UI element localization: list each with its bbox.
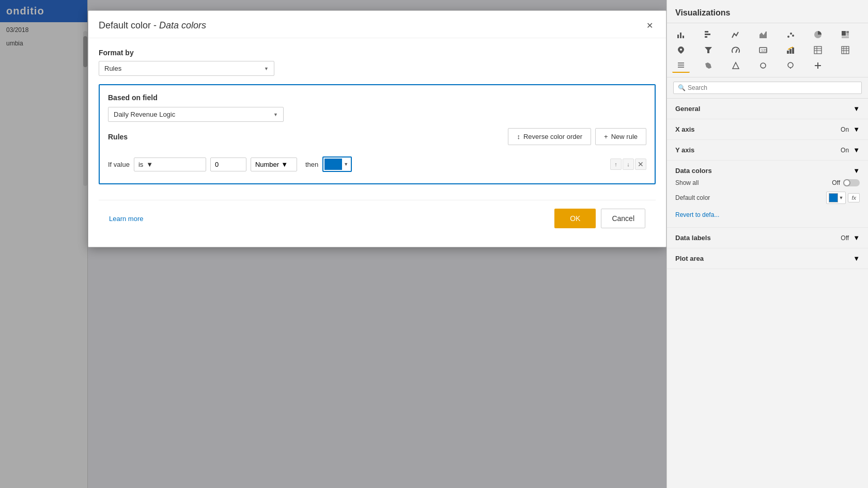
viz-search-area: 🔍 — [667, 77, 868, 99]
rule-move-down-button[interactable]: ↓ — [623, 159, 634, 170]
format-by-value: Rules — [104, 65, 121, 72]
format-by-dropdown[interactable]: Rules — [99, 61, 274, 76]
svg-point-9 — [792, 35, 794, 37]
svg-rect-2 — [683, 36, 684, 38]
svg-rect-11 — [842, 31, 846, 36]
y-axis-chevron-icon: ▼ — [853, 146, 860, 154]
x-axis-chevron-icon: ▼ — [853, 125, 860, 133]
viz-icon-column[interactable] — [700, 27, 717, 42]
dialog-title-italic: Data colors — [159, 20, 206, 30]
based-on-field-label: Based on field — [108, 93, 646, 102]
dialog-header: Default color - Data colors ✕ — [88, 11, 666, 38]
show-all-row: Show all Off — [675, 177, 860, 189]
viz-icon-line[interactable] — [727, 27, 745, 42]
svg-marker-16 — [705, 47, 712, 53]
rule-move-up-button[interactable]: ↑ — [610, 159, 622, 170]
viz-icon-filled-map[interactable] — [700, 58, 717, 73]
condition-dropdown[interactable]: is ▼ — [134, 158, 206, 171]
svg-rect-12 — [846, 31, 849, 34]
svg-rect-3 — [705, 31, 708, 33]
dialog-title: Default color - Data colors — [99, 20, 206, 31]
viz-icon-gauge[interactable] — [727, 43, 745, 57]
viz-icon-matrix[interactable] — [836, 43, 854, 57]
color-picker-button[interactable]: ▼ — [322, 156, 352, 172]
search-input[interactable] — [688, 84, 857, 91]
viz-icon-qanda[interactable] — [782, 58, 799, 73]
default-color-swatch-button[interactable]: ▼ — [826, 192, 846, 204]
dialog-close-button[interactable]: ✕ — [643, 19, 656, 32]
then-label: then — [305, 161, 318, 168]
viz-icon-treemap[interactable] — [836, 27, 854, 42]
show-all-toggle[interactable]: Off — [832, 179, 860, 186]
svg-text:123: 123 — [761, 49, 767, 52]
plus-icon: + — [604, 133, 608, 140]
svg-point-8 — [790, 33, 792, 35]
new-rule-label: New rule — [611, 133, 638, 140]
rules-label: Rules — [108, 133, 128, 141]
default-color-fx-button[interactable]: fx — [848, 193, 860, 202]
data-labels-value: Off — [841, 234, 849, 242]
svg-rect-14 — [842, 36, 849, 38]
viz-section-data-colors-header[interactable]: Data colors ▼ — [675, 165, 860, 177]
svg-point-15 — [680, 49, 682, 51]
show-all-value: Off — [832, 179, 840, 186]
default-color-label: Default color — [675, 194, 710, 201]
rules-header: Rules ↕ Reverse color order + New rule — [108, 128, 646, 145]
viz-icon-scatter[interactable] — [782, 27, 799, 42]
svg-marker-35 — [733, 62, 739, 69]
revert-link[interactable]: Revert to defa... — [675, 209, 719, 221]
rule-arrows: ↑ ↓ ✕ — [610, 159, 646, 170]
color-arrow-icon: ▼ — [342, 162, 350, 167]
viz-icon-map[interactable] — [672, 43, 690, 57]
viz-icon-plus[interactable] — [809, 58, 827, 73]
type-dropdown[interactable]: Number ▼ — [251, 158, 297, 171]
viz-icon-custom[interactable]: ... — [754, 58, 772, 73]
viz-section-x-axis-header[interactable]: X axis On ▼ — [675, 123, 860, 135]
visualizations-panel: Visualizations — [667, 0, 868, 488]
cancel-button[interactable]: Cancel — [601, 209, 645, 228]
plot-area-section-title: Plot area — [675, 255, 704, 262]
viz-section-y-axis: Y axis On ▼ — [667, 140, 868, 161]
data-labels-section-title: Data labels — [675, 234, 711, 242]
dialog-footer: Learn more OK Cancel — [99, 200, 656, 237]
rule-row: If value is ▼ 0 Number ▼ then ▼ ↑ — [108, 153, 646, 175]
field-dropdown[interactable]: Daily Revenue Logic — [108, 107, 284, 122]
default-color-dialog: Default color - Data colors ✕ Format by … — [88, 10, 667, 247]
svg-text:...: ... — [762, 64, 766, 69]
rule-value-input[interactable]: 0 — [210, 158, 246, 171]
viz-icon-slicer[interactable] — [672, 58, 690, 73]
condition-value: is — [138, 161, 143, 168]
viz-icon-pie[interactable] — [809, 27, 827, 42]
viz-icon-kpi[interactable] — [782, 43, 799, 57]
svg-point-38 — [788, 62, 793, 68]
viz-section-data-labels-header[interactable]: Data labels Off ▼ — [675, 232, 860, 244]
viz-icon-bar[interactable] — [672, 27, 690, 42]
viz-section-general-header[interactable]: General ▼ — [675, 103, 860, 115]
viz-icon-table[interactable] — [809, 43, 827, 57]
new-rule-button[interactable]: + New rule — [595, 128, 646, 145]
viz-icon-card[interactable]: 123 — [754, 43, 772, 57]
field-value: Daily Revenue Logic — [114, 111, 175, 118]
ok-button[interactable]: OK — [554, 209, 596, 228]
learn-more-link[interactable]: Learn more — [109, 215, 143, 223]
reverse-color-order-button[interactable]: ↕ Reverse color order — [508, 128, 591, 145]
toggle-track[interactable] — [843, 179, 860, 186]
show-all-label: Show all — [675, 179, 699, 186]
svg-marker-6 — [760, 32, 767, 38]
rule-delete-button[interactable]: ✕ — [635, 159, 646, 170]
viz-panel-title: Visualizations — [667, 0, 868, 23]
dialog-body: Format by Rules Based on field Daily Rev… — [88, 38, 666, 247]
toggle-thumb — [843, 179, 850, 186]
footer-buttons: OK Cancel — [554, 209, 645, 228]
viz-section-plot-area-header[interactable]: Plot area ▼ — [675, 253, 860, 264]
viz-icon-funnel[interactable] — [700, 43, 717, 57]
based-on-section: Based on field Daily Revenue Logic Rules… — [99, 84, 656, 184]
viz-icon-area[interactable] — [754, 27, 772, 42]
type-arrow-icon: ▼ — [281, 161, 288, 168]
reverse-icon: ↕ — [517, 133, 520, 140]
viz-icon-shape[interactable] — [727, 58, 745, 73]
y-axis-section-title: Y axis — [675, 146, 694, 154]
data-labels-chevron-icon: ▼ — [853, 234, 860, 242]
svg-rect-21 — [789, 49, 792, 54]
viz-section-y-axis-header[interactable]: Y axis On ▼ — [675, 144, 860, 156]
